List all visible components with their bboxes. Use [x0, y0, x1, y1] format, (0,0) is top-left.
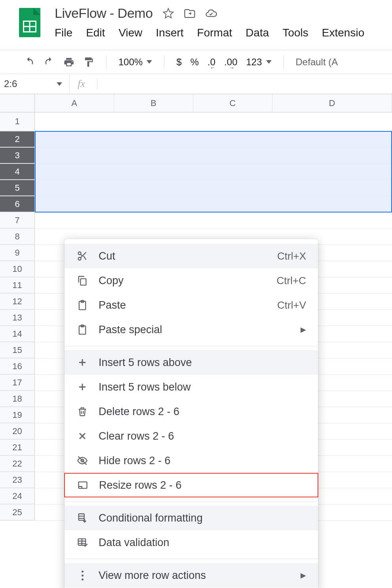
svg-rect-8	[79, 482, 87, 488]
ctx-cut[interactable]: Cut Ctrl+X	[65, 244, 318, 268]
name-box[interactable]: 2:6	[0, 74, 70, 94]
more-icon	[76, 569, 88, 581]
menu-edit[interactable]: Edit	[86, 27, 105, 39]
row-header-20[interactable]: 20	[0, 423, 35, 439]
spreadsheet-grid[interactable]: A B C D 12345678910111213141516171819202…	[0, 94, 392, 521]
ctx-hide-rows-2-6[interactable]: Hide rows 2 - 6	[65, 448, 318, 473]
move-folder-icon[interactable]	[184, 8, 196, 19]
row-header-25[interactable]: 25	[0, 505, 35, 520]
row-header-7[interactable]: 7	[0, 212, 35, 228]
ctx-resize-rows-2-6[interactable]: Resize rows 2 - 6	[64, 473, 318, 497]
ctx-item-label: Cut	[99, 250, 267, 262]
menu-tools[interactable]: Tools	[282, 27, 308, 39]
ctx-item-label: Paste	[99, 299, 267, 311]
row-header-9[interactable]: 9	[0, 245, 35, 261]
paint-format-icon[interactable]	[83, 57, 94, 68]
row-header-24[interactable]: 24	[0, 488, 35, 504]
print-icon[interactable]	[63, 57, 74, 68]
row-cells-6[interactable]	[35, 196, 392, 212]
increase-decimal[interactable]: .00→	[224, 57, 237, 68]
ctx-item-label: Insert 5 rows above	[99, 357, 306, 369]
row-header-22[interactable]: 22	[0, 456, 35, 472]
row-header-11[interactable]: 11	[0, 277, 35, 293]
svg-rect-2	[80, 279, 86, 285]
menu-insert[interactable]: Insert	[156, 27, 184, 39]
ctx-item-label: Delete rows 2 - 6	[99, 406, 306, 418]
ctx-item-label: Hide rows 2 - 6	[99, 455, 306, 467]
ctx-clear-rows-2-6[interactable]: Clear rows 2 - 6	[65, 424, 318, 448]
star-icon[interactable]	[162, 8, 174, 19]
row-header-14[interactable]: 14	[0, 326, 35, 342]
row-header-15[interactable]: 15	[0, 342, 35, 358]
ctx-paste-special[interactable]: Paste special ▶	[65, 317, 318, 342]
paste-icon	[76, 324, 88, 336]
format-currency[interactable]: $	[176, 57, 181, 68]
row-header-5[interactable]: 5	[0, 180, 35, 196]
menu-file[interactable]: File	[55, 27, 72, 39]
row-header-18[interactable]: 18	[0, 391, 35, 407]
col-header-b[interactable]: B	[114, 94, 193, 112]
eyeoff-icon	[76, 455, 88, 467]
plus-icon	[76, 381, 88, 393]
formula-bar-row: 2:6 fx	[0, 74, 392, 94]
row-header-13[interactable]: 13	[0, 310, 35, 326]
ctx-insert-5-rows-below[interactable]: Insert 5 rows below	[65, 375, 318, 399]
ctx-delete-rows-2-6[interactable]: Delete rows 2 - 6	[65, 399, 318, 424]
more-formats[interactable]: 123	[246, 57, 271, 68]
redo-icon[interactable]	[44, 57, 55, 68]
select-all-corner[interactable]	[0, 94, 35, 112]
ctx-data-validation[interactable]: Data validation	[65, 530, 318, 555]
ctx-conditional-formatting[interactable]: Conditional formatting	[65, 506, 318, 530]
format-percent[interactable]: %	[190, 57, 199, 68]
x-icon	[76, 430, 88, 442]
row-header-17[interactable]: 17	[0, 375, 35, 391]
ctx-insert-5-rows-above[interactable]: Insert 5 rows above	[65, 350, 318, 375]
ctx-item-label: Insert 5 rows below	[99, 381, 306, 393]
row-header-2[interactable]: 2	[0, 131, 35, 147]
ctx-paste[interactable]: Paste Ctrl+V	[65, 293, 318, 317]
row-header-1[interactable]: 1	[0, 112, 35, 131]
ctx-item-label: Clear rows 2 - 6	[99, 430, 306, 442]
row-cells-1[interactable]	[35, 112, 392, 131]
row-header-16[interactable]: 16	[0, 358, 35, 374]
menu-format[interactable]: Format	[197, 27, 232, 39]
row-header-8[interactable]: 8	[0, 229, 35, 245]
col-header-c[interactable]: C	[193, 94, 272, 112]
row-cells-3[interactable]	[35, 148, 392, 163]
row-header-10[interactable]: 10	[0, 261, 35, 277]
row-header-21[interactable]: 21	[0, 440, 35, 455]
row-header-19[interactable]: 19	[0, 407, 35, 423]
submenu-arrow-icon: ▶	[301, 571, 306, 580]
undo-icon[interactable]	[24, 57, 35, 68]
menu-extensions[interactable]: Extensio	[322, 27, 364, 39]
font-selector[interactable]: Default (A	[296, 57, 338, 68]
decrease-decimal[interactable]: .0←	[207, 57, 215, 68]
row-cells-2[interactable]	[35, 131, 392, 147]
document-title[interactable]: LiveFlow - Demo	[55, 6, 153, 21]
submenu-arrow-icon: ▶	[301, 325, 306, 334]
row-header-4[interactable]: 4	[0, 164, 35, 180]
row-header-6[interactable]: 6	[0, 196, 35, 212]
row-cells-4[interactable]	[35, 164, 392, 180]
row-header-12[interactable]: 12	[0, 294, 35, 309]
row-header-23[interactable]: 23	[0, 472, 35, 488]
plus-icon	[76, 357, 88, 368]
trash-icon	[76, 406, 88, 417]
menu-view[interactable]: View	[118, 27, 142, 39]
menu-data[interactable]: Data	[245, 27, 269, 39]
row-cells-7[interactable]	[35, 212, 392, 228]
ctx-shortcut: Ctrl+C	[277, 275, 306, 287]
cut-icon	[76, 250, 88, 262]
sheets-logo[interactable]	[19, 8, 40, 37]
zoom-selector[interactable]: 100%	[118, 57, 152, 68]
cloud-status-icon[interactable]	[205, 8, 217, 19]
ctx-view-more-row-actions[interactable]: View more row actions ▶	[65, 563, 318, 588]
row-header-3[interactable]: 3	[0, 148, 35, 163]
ctx-item-label: Conditional formatting	[99, 512, 306, 524]
col-header-d[interactable]: D	[272, 94, 392, 112]
col-header-a[interactable]: A	[35, 94, 114, 112]
row-cells-5[interactable]	[35, 180, 392, 196]
fx-icon: fx	[78, 78, 85, 90]
ctx-copy[interactable]: Copy Ctrl+C	[65, 268, 318, 293]
ctx-shortcut: Ctrl+V	[277, 299, 306, 311]
